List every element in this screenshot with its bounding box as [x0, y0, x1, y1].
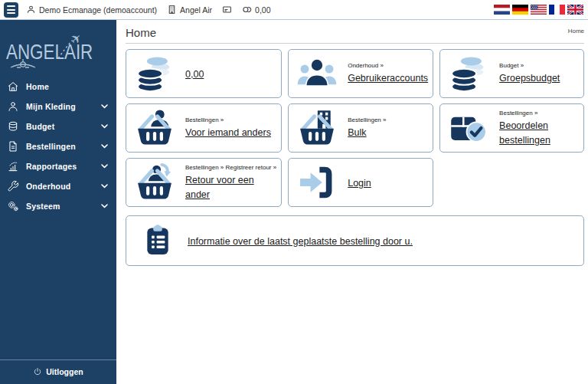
coins-icon	[242, 5, 252, 15]
card-link[interactable]: Bulk	[348, 127, 366, 138]
flag-nl-icon[interactable]	[494, 5, 510, 15]
basket-return-icon	[134, 162, 175, 203]
sidebar-item-label: Systeem	[26, 202, 60, 211]
chart-icon	[7, 160, 19, 172]
balance: 0,00	[242, 5, 270, 15]
sidebar-item-bestellingen[interactable]: Bestellingen	[0, 136, 116, 156]
app-logo[interactable]: ✈ ANGELAIR	[0, 20, 116, 77]
main-content: Home Home 0,00	[116, 20, 588, 384]
card-category: Bestellingen »	[499, 110, 579, 117]
card-bulk[interactable]: Bestellingen » Bulk	[288, 103, 433, 153]
sidebar-item-label: Rapportages	[26, 162, 77, 171]
card-category: Bestellingen »	[348, 117, 428, 123]
dashboard-grid: 0,00 Onderhoud » Gebruikeraccounts	[126, 49, 584, 266]
chevron-down-icon	[101, 104, 108, 109]
wrench-icon	[7, 180, 19, 192]
card-link[interactable]: Gebruikeraccounts	[348, 73, 428, 84]
card-category: Onderhoud »	[348, 62, 428, 69]
building-icon	[167, 5, 177, 15]
card-link[interactable]: Groepsbudget	[499, 73, 560, 84]
clipboard-icon	[140, 223, 175, 258]
sidebar-item-label: Budget	[26, 122, 54, 131]
sidebar-item-label: Onderhoud	[26, 182, 70, 191]
users-icon	[296, 53, 338, 94]
card-link[interactable]: Beoordelen bestellingen	[499, 120, 550, 146]
page-title: Home	[126, 26, 156, 39]
sidebar-item-label: Bestellingen	[26, 142, 76, 151]
chevron-down-icon	[101, 124, 108, 129]
basket-user-icon	[134, 107, 175, 149]
flag-gb-icon[interactable]	[567, 5, 583, 15]
sidebar-item-onderhoud[interactable]: Onderhoud	[0, 176, 116, 196]
language-switcher	[494, 5, 584, 15]
person-icon	[26, 5, 36, 15]
sidebar: ✈ ANGELAIR Home Mijn Kleding	[0, 20, 116, 384]
top-bar: Demo Ecmanage (demoaccount) Angel Air 0,…	[0, 0, 588, 20]
card-beoordelen-bestellingen[interactable]: Bestellingen » Beoordelen bestellingen	[439, 103, 584, 153]
card-text: Bestellingen » Beoordelen bestellingen	[499, 110, 579, 147]
card-retour-voor-een-ander[interactable]: Bestellingen » Registreer retour » Retou…	[126, 158, 282, 207]
gears-icon	[7, 200, 19, 212]
card-0-00[interactable]: 0,00	[126, 49, 282, 98]
sidebar-item-systeem[interactable]: Systeem	[0, 196, 116, 216]
last-order-info-card[interactable]: Informatie over de laatst geplaatste bes…	[126, 215, 584, 266]
logo-text: ANGELAIR	[6, 40, 93, 64]
flag-de-icon[interactable]	[512, 5, 528, 15]
card-link[interactable]: 0,00	[185, 69, 204, 80]
box-check-icon	[448, 107, 489, 149]
menu-toggle-button[interactable]	[4, 2, 18, 18]
sidebar-item-label: Home	[26, 82, 49, 91]
home-icon	[7, 80, 19, 93]
flag-fr-icon[interactable]	[549, 5, 565, 15]
chevron-down-icon	[101, 164, 108, 169]
breadcrumb[interactable]: Home	[568, 28, 584, 34]
sidebar-item-rapportages[interactable]: Rapportages	[0, 156, 116, 176]
card-link[interactable]: Retour voor een ander	[185, 175, 254, 200]
current-company-label: Angel Air	[180, 5, 212, 15]
card-text: 0,00	[185, 67, 276, 81]
sidebar-item-mijn-kleding[interactable]: Mijn Kleding	[0, 97, 116, 117]
current-user: Demo Ecmanage (demoaccount)	[26, 5, 157, 15]
sidebar-item-label: Mijn Kleding	[26, 102, 76, 111]
card-voor-iemand-anders[interactable]: Bestellingen » Voor iemand anders	[126, 103, 282, 153]
last-order-info-link[interactable]: Informatie over de laatst geplaatste bes…	[188, 236, 413, 247]
card-category: Bestellingen »	[185, 117, 276, 123]
card-category: Bestellingen » Registreer retour »	[185, 164, 276, 171]
login-icon	[296, 162, 338, 203]
power-icon	[33, 367, 42, 376]
page-header: Home Home	[126, 26, 584, 44]
sidebar-item-budget[interactable]: Budget	[0, 117, 116, 136]
sidebar-footer: Uitloggen	[0, 359, 116, 384]
card-text: Bestellingen » Voor iemand anders	[185, 117, 276, 139]
card-groepsbudget[interactable]: Budget » Groepsbudget	[439, 49, 584, 98]
card-category: Budget »	[499, 62, 579, 69]
logout-button[interactable]: Uitloggen	[33, 367, 83, 376]
basket-building-icon	[296, 107, 338, 149]
chevron-down-icon	[101, 184, 108, 189]
chevron-down-icon	[101, 204, 108, 208]
balance-label: 0,00	[255, 5, 270, 15]
card-status	[222, 5, 232, 15]
card-text: Budget » Groepsbudget	[499, 62, 579, 85]
current-company: Angel Air	[167, 5, 212, 15]
card-text: Onderhoud » Gebruikeraccounts	[348, 62, 428, 85]
flag-us-icon[interactable]	[531, 5, 547, 15]
card-link[interactable]: Voor iemand anders	[185, 127, 271, 138]
card-text: Bestellingen » Registreer retour » Retou…	[185, 164, 276, 202]
coins-outline-icon	[7, 120, 19, 133]
logout-label: Uitloggen	[46, 367, 83, 376]
card-icon	[222, 5, 232, 15]
card-text: Bestellingen » Bulk	[348, 117, 428, 139]
sidebar-item-home[interactable]: Home	[0, 77, 116, 97]
card-text: Login	[348, 176, 428, 190]
user-icon	[7, 100, 19, 113]
card-login[interactable]: Login	[288, 158, 433, 207]
coins-icon	[448, 53, 489, 94]
sidebar-menu: Home Mijn Kleding Budget Best	[0, 77, 116, 216]
document-icon	[7, 140, 19, 153]
card-link[interactable]: Login	[348, 178, 371, 189]
card-gebruikeraccounts[interactable]: Onderhoud » Gebruikeraccounts	[288, 49, 433, 98]
current-user-label: Demo Ecmanage (demoaccount)	[39, 5, 157, 15]
coins-icon	[134, 53, 175, 94]
chevron-down-icon	[101, 144, 108, 149]
